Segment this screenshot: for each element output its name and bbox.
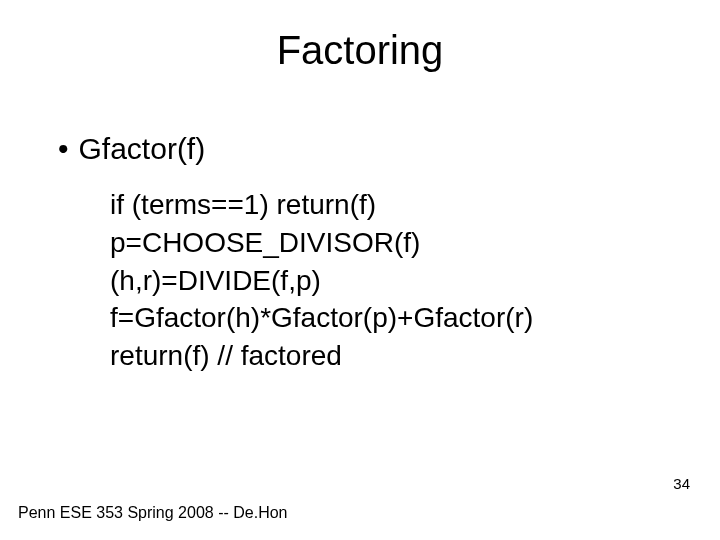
code-block: if (terms==1) return(f) p=CHOOSE_DIVISOR…	[110, 186, 533, 375]
code-line: (h,r)=DIVIDE(f,p)	[110, 262, 533, 300]
code-line: p=CHOOSE_DIVISOR(f)	[110, 224, 533, 262]
slide: Factoring •Gfactor(f) if (terms==1) retu…	[0, 0, 720, 540]
page-number: 34	[673, 475, 690, 492]
bullet-text: Gfactor(f)	[79, 132, 206, 165]
code-line: return(f) // factored	[110, 337, 533, 375]
code-line: f=Gfactor(h)*Gfactor(p)+Gfactor(r)	[110, 299, 533, 337]
footer-text: Penn ESE 353 Spring 2008 -- De.Hon	[18, 504, 288, 522]
slide-title: Factoring	[0, 28, 720, 73]
bullet-item: •Gfactor(f)	[58, 132, 205, 166]
code-line: if (terms==1) return(f)	[110, 186, 533, 224]
bullet-marker: •	[58, 132, 69, 165]
